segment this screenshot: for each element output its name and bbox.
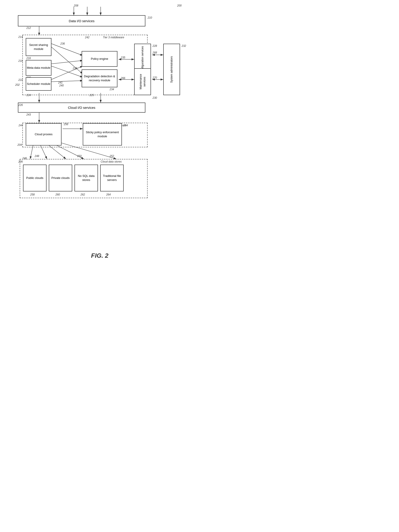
ref-224: 224 <box>26 94 31 97</box>
metadata-box: Meta-data module <box>26 60 51 76</box>
ref-232: 232 <box>182 44 186 47</box>
tier3-label: Tier 3 middleware <box>103 36 124 39</box>
cloud-data-label: Cloud data stores <box>101 160 122 163</box>
data-io-box: Data I/O services <box>18 15 145 26</box>
ref-262-bot: 262 <box>80 193 85 196</box>
ref-218: 218 <box>18 59 23 63</box>
ref-226: 226 <box>18 103 23 107</box>
ref-243: 243 <box>26 113 31 116</box>
ref-250: 250 <box>77 154 82 158</box>
ref-266: 266 <box>121 76 125 80</box>
sys-admins-box: System administrators <box>163 44 180 95</box>
ref-216: 216 <box>26 57 31 60</box>
degradation-box: Degradation detection & recovery module <box>82 70 117 87</box>
diagram-container: 200 208 Data I/O services 210 212 Tier 3… <box>0 0 199 266</box>
ref-206: 206 <box>18 160 23 163</box>
ref-202: 202 <box>15 83 20 86</box>
ref-270: 270 <box>153 76 157 79</box>
ref-222: 222 <box>18 78 23 82</box>
ref-214: 214 <box>18 35 23 38</box>
sticky-policy-box: Sticky policy enforcement module <box>83 123 122 146</box>
policy-engine-box: Policy engine <box>82 51 117 67</box>
ref-208: 208 <box>74 4 78 7</box>
scheduler-box: Scheduler module <box>26 77 51 91</box>
ref-230: 230 <box>153 96 157 99</box>
ref-241: 241 <box>58 81 63 84</box>
ref-225: 225 <box>89 94 94 97</box>
ref-256: 256 <box>64 123 68 126</box>
ref-244: 244 <box>18 124 23 127</box>
nosql-box: No SQL data stores <box>74 165 98 191</box>
private-clouds-box: Private clouds <box>49 165 72 191</box>
ref-258-bot: 258 <box>30 193 35 196</box>
file-servers-box: Traditional file servers <box>100 165 124 191</box>
ref-235: 235 <box>121 56 125 59</box>
ref-254: 254 <box>123 124 128 127</box>
cloud-io-box: Cloud I/O services <box>18 102 145 113</box>
ref-242: 242 <box>85 36 89 39</box>
ref-252: 252 <box>110 154 114 158</box>
public-clouds-box: Public clouds <box>23 165 47 191</box>
ref-240: 240 <box>59 84 64 87</box>
ref-210: 210 <box>147 16 152 19</box>
ref-264-bot: 264 <box>106 193 111 196</box>
cloud-proxies-box: Cloud proxies <box>26 123 61 146</box>
ref-212: 212 <box>26 26 31 30</box>
ref-236: 236 <box>60 42 65 45</box>
ref-268: 268 <box>153 51 157 54</box>
figure-label: FIG. 2 <box>91 252 109 259</box>
secret-sharing-box: Secret sharing module <box>26 38 51 56</box>
ref-200: 200 <box>177 4 182 7</box>
ref-228: 228 <box>153 44 157 47</box>
ref-204: 204 <box>18 143 22 146</box>
maintenance-services-box: Maintenance services <box>134 68 151 95</box>
ref-260-bot: 260 <box>55 193 60 196</box>
ref-234: 234 <box>110 88 114 91</box>
ref-238: 238 <box>73 67 77 70</box>
ref-248: 248 <box>35 154 39 158</box>
ref-246: 246 <box>22 157 27 160</box>
